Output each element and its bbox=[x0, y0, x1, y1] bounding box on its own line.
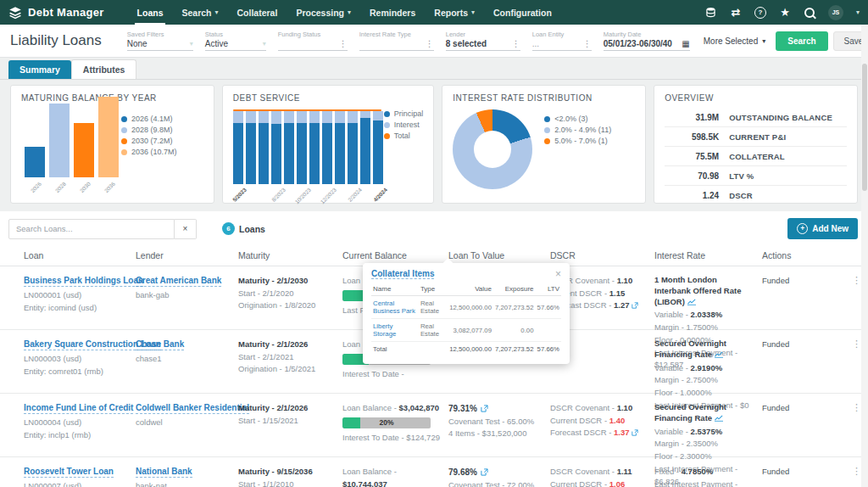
legend-dot bbox=[384, 133, 390, 139]
nav-item-reports[interactable]: Reports▾ bbox=[425, 0, 484, 25]
table-row: Income Fund Line of Credit LN000004 (usd… bbox=[0, 394, 868, 457]
brand-name: Debt Manager bbox=[28, 6, 104, 19]
interest-rate-type-select[interactable]: ⋮ bbox=[359, 39, 434, 51]
collateral-name-link[interactable]: Central Business Park bbox=[371, 296, 419, 319]
kebab-icon: ⋮ bbox=[583, 39, 592, 48]
legend-dot bbox=[544, 116, 550, 122]
filter-funding-status: Funding Status ⋮ bbox=[278, 31, 348, 51]
bar-2036 bbox=[98, 97, 119, 177]
clear-search-icon[interactable]: × bbox=[175, 219, 197, 239]
more-selected-dropdown[interactable]: More Selected▾ bbox=[704, 36, 766, 46]
page-title: Liability Loans bbox=[10, 32, 102, 49]
layers-icon bbox=[8, 6, 22, 20]
nav-item-configuration[interactable]: Configuration bbox=[484, 0, 561, 25]
database-icon[interactable] bbox=[705, 7, 717, 19]
legend-dot bbox=[544, 138, 550, 144]
total-line bbox=[233, 109, 381, 111]
nav-item-reminders[interactable]: Reminders bbox=[360, 0, 425, 25]
chevron-down-icon: ▾ bbox=[190, 40, 193, 48]
plus-icon: + bbox=[797, 223, 808, 234]
search-icon[interactable] bbox=[804, 7, 815, 19]
legend-dot bbox=[544, 127, 550, 133]
tab-summary[interactable]: Summary bbox=[8, 60, 71, 79]
funding-status-select[interactable]: ⋮ bbox=[278, 39, 348, 51]
search-button[interactable]: Search bbox=[776, 31, 827, 51]
lender-link[interactable]: Great American Bank bbox=[136, 275, 221, 287]
filter-maturity-date: Maturity Date 05/01/23-06/30/40▦ bbox=[604, 31, 690, 51]
debt-service-chart: 5/2023 8/2023 10/2023 12/2023 2/2024 4/2… bbox=[233, 108, 384, 197]
loan-entity-select[interactable]: ...⋮ bbox=[532, 39, 592, 51]
tab-strip: Summary Attributes bbox=[0, 58, 868, 80]
chart-line-icon[interactable] bbox=[687, 299, 696, 305]
external-link-icon[interactable] bbox=[481, 405, 488, 412]
bar-2030 bbox=[74, 123, 94, 177]
tab-attributes[interactable]: Attributes bbox=[71, 59, 137, 79]
brand[interactable]: Debt Manager bbox=[8, 6, 104, 20]
legend-dot bbox=[121, 138, 127, 144]
external-link-icon[interactable] bbox=[481, 468, 488, 476]
collateral-name-link[interactable]: Liberty Storage bbox=[371, 319, 419, 342]
loans-count-label: Loans bbox=[239, 224, 265, 234]
bar-2028 bbox=[49, 104, 70, 177]
lender-select[interactable]: 8 selected⋮ bbox=[446, 39, 520, 51]
top-nav: Debt Manager Loans Search▾ Collateral Pr… bbox=[0, 0, 868, 25]
chart-line-icon[interactable] bbox=[715, 351, 723, 358]
shuffle-icon[interactable]: ⇄ bbox=[730, 7, 742, 19]
nav-item-collateral[interactable]: Collateral bbox=[228, 0, 287, 25]
app-window: Debt Manager Loans Search▾ Collateral Pr… bbox=[0, 0, 868, 487]
legend-dot bbox=[121, 116, 127, 122]
card-interest-rate-distribution: INTEREST RATE DISTRIBUTION <2.0% (3) 2.0… bbox=[442, 85, 646, 204]
nav-item-loans[interactable]: Loans bbox=[128, 0, 173, 25]
kebab-icon: ⋮ bbox=[339, 39, 348, 48]
maturity-date-input[interactable]: 05/01/23-06/30/40▦ bbox=[604, 39, 690, 51]
external-link-icon[interactable] bbox=[632, 302, 638, 309]
nav-item-search[interactable]: Search▾ bbox=[172, 0, 227, 25]
lender-link[interactable]: Coldwell Banker Residential bbox=[136, 402, 249, 414]
loan-name-link[interactable]: Business Park Holdings Loan bbox=[24, 275, 143, 287]
filter-loan-entity: Loan Entity ...⋮ bbox=[532, 31, 592, 51]
calendar-icon: ▦ bbox=[682, 39, 689, 48]
close-icon[interactable]: × bbox=[555, 269, 561, 279]
x-axis-labels: 2026 2028 2030 2036 bbox=[21, 177, 121, 191]
user-avatar[interactable]: JS bbox=[828, 5, 843, 20]
legend-dot bbox=[384, 122, 390, 128]
popup-title[interactable]: Collateral Items bbox=[371, 269, 434, 279]
collateral-total-row: Total 12,500,000.00 7,207,273.52 57.66% bbox=[371, 342, 561, 357]
lender-link[interactable]: Chase Bank bbox=[136, 339, 184, 350]
chart-legend: <2.0% (3) 2.0% - 4.9% (11) 5.0% - 7.0% (… bbox=[544, 108, 611, 189]
balance-progress-bar: 20% bbox=[342, 417, 431, 428]
table-row: Roosevelt Tower Loan LN000007 (usd) Enti… bbox=[0, 457, 868, 487]
help-icon[interactable]: ? bbox=[754, 7, 766, 19]
add-new-button[interactable]: +Add New bbox=[787, 218, 858, 239]
external-link-icon[interactable] bbox=[632, 429, 638, 436]
status-select[interactable]: Active▾ bbox=[205, 39, 266, 51]
card-overview: OVERVIEW 31.9MOUTSTANDING BALANCE 598.5K… bbox=[654, 85, 858, 204]
card-debt-service: DEBT SERVICE bbox=[222, 85, 435, 204]
filter-interest-rate-type: Interest Rate Type ⋮ bbox=[359, 31, 434, 51]
card-title: INTEREST RATE DISTRIBUTION bbox=[453, 93, 635, 103]
maturing-balance-chart: 2026 2028 2030 2036 bbox=[21, 108, 121, 193]
card-title: DEBT SERVICE bbox=[233, 93, 424, 103]
filter-saved-filters: Saved Filters None▾ bbox=[127, 31, 193, 51]
chevron-down-icon: ▾ bbox=[215, 8, 219, 16]
interest-rate-donut-chart bbox=[453, 109, 532, 189]
scrollbar-thumb[interactable] bbox=[862, 64, 867, 191]
loan-name-link[interactable]: Income Fund Line of Credit bbox=[24, 402, 133, 414]
legend-dot bbox=[121, 127, 127, 133]
star-icon[interactable]: ★ bbox=[779, 7, 791, 19]
filters: Saved Filters None▾ Status Active▾ Fundi… bbox=[127, 31, 690, 51]
saved-filters-select[interactable]: None▾ bbox=[127, 39, 193, 51]
chart-line-icon[interactable] bbox=[715, 415, 723, 422]
collateral-row: Central Business Park Real Estate 12,500… bbox=[371, 296, 561, 319]
loan-name-link[interactable]: Roosevelt Tower Loan bbox=[24, 466, 114, 478]
scrollbar-track bbox=[861, 25, 868, 487]
chevron-down-icon[interactable]: ▾ bbox=[856, 8, 860, 16]
main-menu: Loans Search▾ Collateral Processing▾ Rem… bbox=[128, 0, 561, 25]
nav-item-processing[interactable]: Processing▾ bbox=[287, 0, 360, 25]
legend-dot bbox=[384, 111, 390, 117]
collateral-items-popup: Collateral Items × Name Type Value Expos… bbox=[363, 263, 570, 364]
row-menu-kebab-icon[interactable]: ⋮ bbox=[852, 466, 861, 487]
search-loans-input[interactable] bbox=[8, 219, 175, 239]
filter-lender: Lender 8 selected⋮ bbox=[446, 31, 520, 51]
lender-link[interactable]: National Bank bbox=[136, 466, 192, 478]
